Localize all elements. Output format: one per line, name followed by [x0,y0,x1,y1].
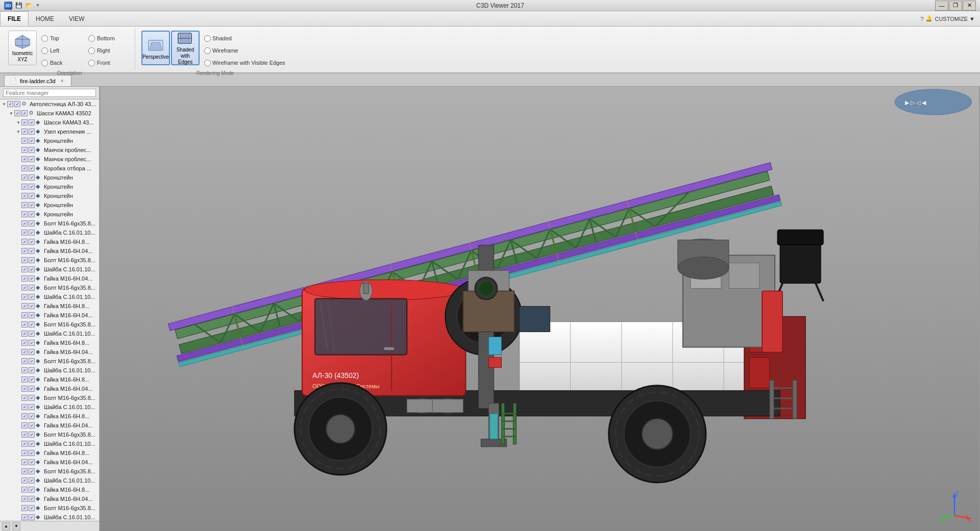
tree-item[interactable]: ✓✓◆Гайка М16-6Н.8... [0,448,99,458]
tree-checkbox[interactable]: ✓ [21,477,28,484]
tree-checkbox[interactable]: ✓ [21,404,28,410]
tree-checkbox2[interactable]: ✓ [29,468,35,474]
tree-checkbox[interactable]: ✓ [21,358,28,364]
tree-checkbox2[interactable]: ✓ [29,331,35,337]
tree-checkbox2[interactable]: ✓ [29,220,35,226]
tree-item[interactable]: ✓✓◆Гайка М16-6Н.04... [0,458,99,467]
tree-checkbox[interactable]: ✓ [21,413,28,419]
tree-checkbox[interactable]: ✓ [21,220,28,226]
quick-access-save[interactable]: 💾 [15,2,22,9]
tree-checkbox[interactable]: ✓ [21,202,28,208]
tree-checkbox[interactable]: ✓ [21,459,28,465]
tree-checkbox2[interactable]: ✓ [29,303,35,309]
shaded-radio[interactable] [204,35,211,42]
view-left-button[interactable]: Left [38,45,84,56]
perspective-button[interactable]: Perspective [141,31,170,65]
tree-item[interactable]: ✓✓◆Коробка отбора ... [0,164,99,173]
view-front-radio[interactable] [88,60,95,66]
tree-checkbox2[interactable]: ✓ [29,395,35,401]
tree-checkbox[interactable]: ✓ [21,275,28,282]
tree-checkbox2[interactable]: ✓ [29,487,35,493]
tree-checkbox2[interactable]: ✓ [29,450,35,456]
tree-checkbox[interactable]: ✓ [21,450,28,456]
minimize-button[interactable]: — [935,1,948,11]
tree-item[interactable]: ✓✓◆Болт М16-6gх35.8... [0,430,99,439]
tree-checkbox[interactable]: ✓ [21,184,28,190]
tree-item[interactable]: ✓✓◆Болт М16-6gх35.8... [0,357,99,366]
tree-checkbox[interactable]: ✓ [21,312,28,318]
tree-item[interactable]: ✓✓◆Кронштейн [0,210,99,219]
tree-checkbox[interactable]: ✓ [7,101,13,107]
tree-item[interactable]: ✓✓◆Шайба С.16.01.10... [0,292,99,301]
tree-checkbox[interactable]: ✓ [21,138,28,144]
tree-checkbox[interactable]: ✓ [21,174,28,181]
tree-checkbox2[interactable]: ✓ [29,294,35,300]
tree-checkbox[interactable]: ✓ [21,468,28,474]
tree-checkbox[interactable]: ✓ [21,147,28,153]
feature-manager-search[interactable] [3,89,96,97]
close-button[interactable]: ✕ [963,1,976,11]
tree-item[interactable]: ✓✓◆Кронштейн [0,191,99,200]
tree-checkbox2[interactable]: ✓ [29,358,35,364]
view-back-button[interactable]: Back [38,57,84,68]
tree-checkbox[interactable]: ✓ [21,266,28,272]
tree-checkbox[interactable]: ✓ [21,257,28,263]
tree-checkbox[interactable]: ✓ [21,285,28,291]
tree-item[interactable]: ✓✓◆Гайка М16-6Н.8... [0,301,99,311]
tree-checkbox2[interactable]: ✓ [29,312,35,318]
tree-checkbox[interactable]: ✓ [21,514,28,520]
tree-checkbox2[interactable]: ✓ [29,119,35,125]
tree-checkbox2[interactable]: ✓ [29,386,35,392]
tree-checkbox2[interactable]: ✓ [29,248,35,254]
tree-container[interactable]: ▼✓✓⚙Автолестница АЛ-30 43502▼✓✓⚙Шасси КА… [0,99,99,521]
tree-checkbox2[interactable]: ✓ [29,321,35,327]
tree-checkbox2[interactable]: ✓ [29,432,35,438]
tree-checkbox2[interactable]: ✓ [29,230,35,236]
tree-expander[interactable]: ▼ [15,129,21,135]
tree-checkbox[interactable]: ✓ [21,441,28,447]
tree-checkbox[interactable]: ✓ [21,211,28,217]
tree-item[interactable]: ✓✓◆Гайка М16-6Н.04... [0,246,99,256]
tree-checkbox2[interactable]: ✓ [21,110,28,116]
tree-checkbox[interactable]: ✓ [21,386,28,392]
tree-item[interactable]: ▼✓✓⚙Шасси КАМАЗ 43502 [0,109,99,118]
tree-checkbox2[interactable]: ✓ [29,340,35,346]
tree-checkbox2[interactable]: ✓ [29,174,35,181]
view-front-button[interactable]: Front [85,57,131,68]
tree-item[interactable]: ✓✓◆Гайка М16-6Н.8... [0,338,99,347]
tree-item[interactable]: ✓✓◆Болт М16-6gх35.8... [0,256,99,265]
tree-checkbox[interactable]: ✓ [21,303,28,309]
tree-item[interactable]: ✓✓◆Гайка М16-6Н.8... [0,485,99,494]
tree-checkbox2[interactable]: ✓ [29,257,35,263]
tree-checkbox2[interactable]: ✓ [29,156,35,162]
tab-close-button[interactable]: × [59,78,66,85]
tree-checkbox[interactable]: ✓ [21,349,28,355]
tree-item[interactable]: ✓✓◆Маячок проблес... [0,155,99,164]
tree-item[interactable]: ✓✓◆Шайба С.16.01.10... [0,439,99,448]
tree-checkbox2[interactable]: ✓ [14,101,20,107]
tree-item[interactable]: ✓✓◆Гайка М16-6Н.04... [0,311,99,320]
tree-checkbox2[interactable]: ✓ [29,459,35,465]
tree-item[interactable]: ✓✓◆Кронштейн [0,182,99,191]
tree-checkbox2[interactable]: ✓ [29,514,35,520]
tree-checkbox[interactable]: ✓ [21,129,28,135]
tree-checkbox[interactable]: ✓ [21,340,28,346]
tree-item[interactable]: ✓✓◆Шайба С.16.01.10... [0,476,99,485]
tree-item[interactable]: ✓✓◆Гайка М16-6Н.8... [0,375,99,384]
view-right-button[interactable]: Right [85,45,131,56]
tree-checkbox[interactable]: ✓ [21,294,28,300]
tree-checkbox[interactable]: ✓ [21,156,28,162]
viewport[interactable]: АЛ-30 (43502) ООО Пожарные Системы г. Тв… [100,87,980,531]
tree-checkbox2[interactable]: ✓ [29,496,35,502]
tree-checkbox[interactable]: ✓ [21,331,28,337]
menu-view[interactable]: VIEW [62,11,92,26]
tree-checkbox[interactable]: ✓ [21,165,28,171]
tree-checkbox2[interactable]: ✓ [29,413,35,419]
tree-item[interactable]: ✓✓◆Болт М16-6gх35.8... [0,467,99,476]
sidebar-up-button[interactable]: ▲ [2,522,10,530]
tree-checkbox[interactable]: ✓ [21,193,28,199]
file-tab[interactable]: 📄 fire-ladder.c3d × [4,75,71,86]
tree-checkbox[interactable]: ✓ [21,321,28,327]
tree-item[interactable]: ✓✓◆Болт М16-6gх35.8... [0,393,99,402]
tree-checkbox[interactable]: ✓ [21,248,28,254]
